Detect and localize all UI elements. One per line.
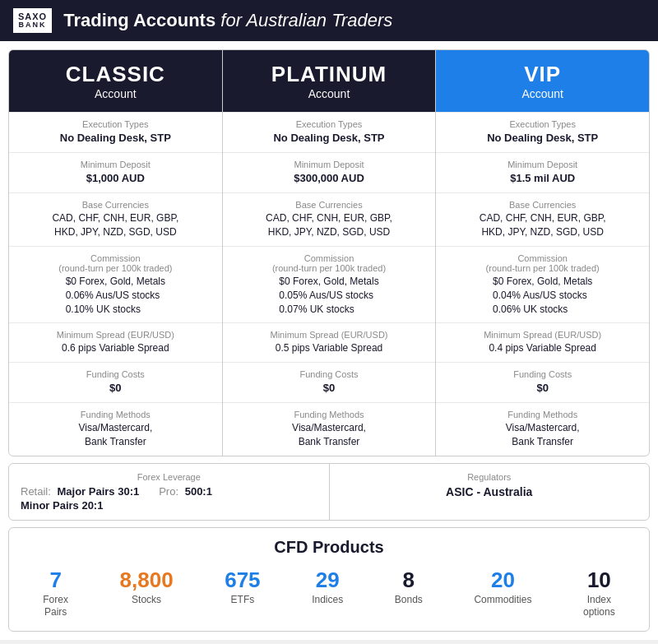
main-content: CLASSIC Account Execution Types No Deali… [0,41,658,640]
cfd-title: CFD Products [17,538,641,557]
funding-costs-row-vip: Funding Costs $0 [436,362,649,402]
spread-row-classic: Minimum Spread (EUR/USD) 0.6 pips Variab… [9,322,222,362]
cfd-label-5: Commodities [474,594,531,607]
cfd-label-3: Indices [312,594,343,607]
logo-bank: BANK [19,21,47,30]
spread-row-platinum: Minimum Spread (EUR/USD) 0.5 pips Variab… [223,322,436,362]
funding-costs-row-classic: Funding Costs $0 [9,362,222,402]
retail-major: Major Pairs 30:1 [57,485,139,498]
cfd-num-2: 675 [225,568,260,592]
cfd-section: CFD Products 7 Forex Pairs 8,800 Stocks … [8,527,650,632]
leverage-minor: Minor Pairs 20:1 [21,499,317,512]
bottom-info: Forex Leverage Retail: Major Pairs 30:1 … [8,463,650,521]
card-vip: VIP Account Execution Types No Dealing D… [436,50,649,456]
cfd-label-6: Index options [583,594,615,619]
cfd-num-3: 29 [316,568,340,592]
card-body-platinum: Execution Types No Dealing Desk, STP Min… [223,112,436,456]
card-body-classic: Execution Types No Dealing Desk, STP Min… [9,112,222,456]
funding-methods-row-vip: Funding Methods Visa/Mastercard, Bank Tr… [436,402,649,456]
regulators-value: ASIC - Australia [341,485,638,498]
execution-row-classic: Execution Types No Dealing Desk, STP [9,112,222,152]
card-header-classic: CLASSIC Account [9,50,222,112]
cfd-num-4: 8 [403,568,415,592]
funding-costs-row-platinum: Funding Costs $0 [223,362,436,402]
funding-methods-row-platinum: Funding Methods Visa/Mastercard, Bank Tr… [223,402,436,456]
accounts-row: CLASSIC Account Execution Types No Deali… [8,49,650,456]
saxo-logo: SAXO BANK [13,8,52,33]
page-title: Trading Accounts for Australian Traders [63,10,392,31]
title-plain: Trading Accounts [63,10,220,30]
pro-section: Pro: 500:1 [159,485,212,498]
regulators-section: Regulators ASIC - Australia [330,464,650,520]
account-sub-classic: Account [17,87,214,100]
commission-row-classic: Commission (round-turn per 100k traded) … [9,246,222,322]
deposit-row-classic: Minimum Deposit $1,000 AUD [9,152,222,192]
deposit-row-vip: Minimum Deposit $1.5 mil AUD [436,152,649,192]
deposit-row-platinum: Minimum Deposit $300,000 AUD [223,152,436,192]
execution-row-platinum: Execution Types No Dealing Desk, STP [223,112,436,152]
cfd-label-2: ETFs [231,594,255,607]
page-header: SAXO BANK Trading Accounts for Australia… [0,0,658,41]
retail-label: Retail: Major Pairs 30:1 [21,485,139,498]
cfd-item-6: 10 Index options [583,568,615,619]
currencies-row-platinum: Base Currencies CAD, CHF, CNH, EUR, GBP,… [223,192,436,246]
card-body-vip: Execution Types No Dealing Desk, STP Min… [436,112,649,456]
account-type-classic: CLASSIC [17,62,214,87]
cfd-label-4: Bonds [395,594,423,607]
cfd-item-2: 675 ETFs [225,568,260,606]
cfd-item-5: 20 Commodities [474,568,531,606]
funding-methods-row-classic: Funding Methods Visa/Mastercard, Bank Tr… [9,402,222,456]
leverage-section: Forex Leverage Retail: Major Pairs 30:1 … [9,464,330,520]
cfd-products: 7 Forex Pairs 8,800 Stocks 675 ETFs 29 I… [17,568,641,619]
pro-value: 500:1 [185,485,212,498]
spread-row-vip: Minimum Spread (EUR/USD) 0.4 pips Variab… [436,322,649,362]
cfd-num-5: 20 [491,568,515,592]
account-sub-platinum: Account [231,87,428,100]
leverage-label: Forex Leverage [21,472,317,482]
account-sub-vip: Account [444,87,641,100]
card-header-vip: VIP Account [436,50,649,112]
cfd-label-1: Stocks [132,594,161,607]
card-header-platinum: PLATINUM Account [223,50,436,112]
currencies-row-vip: Base Currencies CAD, CHF, CNH, EUR, GBP,… [436,192,649,246]
cfd-item-1: 8,800 Stocks [120,568,174,606]
execution-row-vip: Execution Types No Dealing Desk, STP [436,112,649,152]
account-type-vip: VIP [444,62,641,87]
card-platinum: PLATINUM Account Execution Types No Deal… [223,50,437,456]
account-type-platinum: PLATINUM [231,62,428,87]
commission-row-vip: Commission (round-turn per 100k traded) … [436,246,649,322]
commission-row-platinum: Commission (round-turn per 100k traded) … [223,246,436,322]
cfd-num-1: 8,800 [120,568,174,592]
regulators-label: Regulators [341,472,638,482]
cfd-item-4: 8 Bonds [395,568,423,606]
currencies-row-classic: Base Currencies CAD, CHF, CNH, EUR, GBP,… [9,192,222,246]
cfd-item-0: 7 Forex Pairs [43,568,68,619]
cfd-num-6: 10 [587,568,611,592]
card-classic: CLASSIC Account Execution Types No Deali… [9,50,223,456]
cfd-num-0: 7 [49,568,61,592]
leverage-row-1: Retail: Major Pairs 30:1 Pro: 500:1 [21,485,317,498]
cfd-item-3: 29 Indices [312,568,343,606]
cfd-label-0: Forex Pairs [43,594,68,619]
title-italic: for Australian Traders [220,10,392,30]
